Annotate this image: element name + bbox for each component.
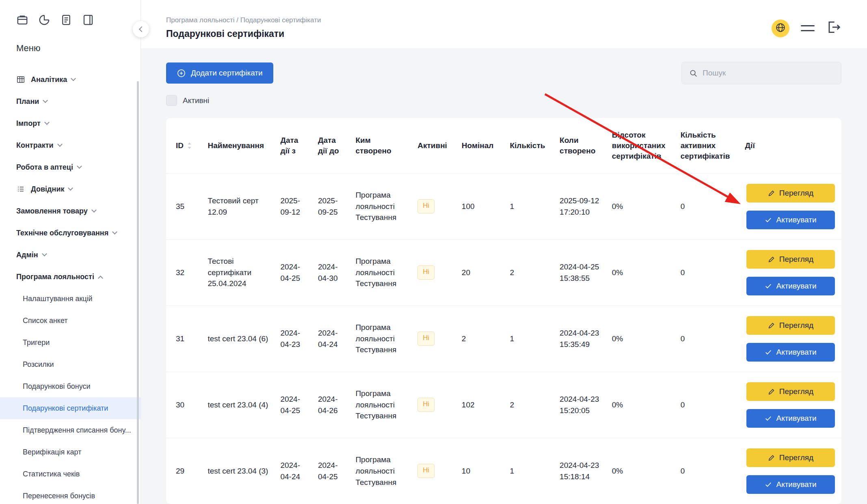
submenu-item-gift-certificates[interactable]: Подарункові сертифікати — [0, 397, 141, 419]
column-header-date-from: Дата дії з — [275, 118, 312, 173]
active-filter: Активні — [166, 95, 841, 106]
cell-id: 32 — [166, 239, 202, 306]
view-button[interactable]: Перегляд — [746, 448, 835, 467]
cell-actions: Перегляд Активувати — [739, 239, 841, 306]
cell-id: 30 — [166, 372, 202, 438]
sort-icon[interactable] — [187, 142, 192, 150]
chevron-down-icon — [77, 164, 82, 169]
active-filter-label: Активні — [183, 96, 209, 105]
chevron-down-icon — [112, 229, 117, 235]
cell-nominal: 10 — [456, 438, 504, 504]
topbar-icons — [0, 0, 141, 26]
submenu-item-bonus-transfer[interactable]: Перенесення бонусів — [0, 485, 141, 504]
list-icon — [16, 185, 25, 194]
active-filter-checkbox[interactable] — [166, 95, 177, 106]
cell-created-at: 2025-09-12 17:20:10 — [554, 173, 606, 239]
pencil-icon — [768, 454, 775, 461]
status-badge: Ні — [417, 265, 435, 280]
cell-used-percent: 0% — [606, 173, 675, 239]
book-icon[interactable] — [82, 14, 94, 26]
submenu-item-triggers[interactable]: Тригери — [0, 332, 141, 353]
submenu-item-mailings[interactable]: Розсилки — [0, 353, 141, 375]
activate-button[interactable]: Активувати — [746, 409, 835, 428]
sidebar-item-directory[interactable]: Довідник — [0, 178, 141, 200]
sidebar-item-label: Плани — [16, 97, 39, 106]
pencil-icon — [768, 256, 775, 263]
sidebar-item-label: Замовлення товару — [16, 207, 88, 215]
table-row: 29 test cert 23.04 (3) 2024-04-24 2024-0… — [166, 438, 841, 504]
submenu-item-bonus-writeoff-confirmation[interactable]: Підтвердження списання бону... — [0, 419, 141, 441]
column-header-date-to: Дата дії до — [312, 118, 350, 173]
column-header-nominal: Номінал — [456, 118, 504, 173]
sidebar-item-analytics[interactable]: Аналітика — [0, 69, 141, 90]
submenu-item-card-verification[interactable]: Верифікація карт — [0, 441, 141, 463]
menu-icon[interactable] — [801, 19, 815, 35]
breadcrumb[interactable]: Програма лояльності / Подарункові сертиф… — [166, 16, 321, 24]
plus-circle-icon — [177, 69, 186, 78]
pencil-icon — [768, 322, 775, 329]
cell-active: Ні — [412, 372, 456, 438]
submenu-item-receipt-statistics[interactable]: Статистика чеків — [0, 463, 141, 485]
search-box[interactable] — [681, 62, 841, 84]
sidebar-item-label: Робота в аптеці — [16, 163, 73, 172]
view-button[interactable]: Перегляд — [746, 382, 835, 401]
cell-created-at: 2024-04-23 15:20:05 — [554, 372, 606, 438]
sidebar-item-maintenance[interactable]: Технічне обслуговування — [0, 222, 141, 244]
logout-icon[interactable] — [826, 19, 841, 35]
activate-button[interactable]: Активувати — [746, 343, 835, 362]
cell-name: Тестові сертифікати 25.04.2024 — [202, 239, 275, 306]
pencil-icon — [768, 388, 775, 395]
cell-used-percent: 0% — [606, 438, 675, 504]
submenu-item-gift-bonuses[interactable]: Подарункові бонуси — [0, 375, 141, 397]
activate-button[interactable]: Активувати — [746, 211, 835, 229]
view-button[interactable]: Перегляд — [746, 250, 835, 269]
chevron-left-icon — [139, 26, 145, 32]
cell-date-to: 2025-09-25 — [312, 173, 350, 239]
cell-quantity: 1 — [504, 173, 554, 239]
cell-date-from: 2024-04-25 — [275, 239, 312, 306]
wallet-icon[interactable] — [16, 14, 28, 26]
column-header-id[interactable]: ID — [166, 118, 202, 173]
sidebar: Меню Аналітика Плани Імпорт Контракти Ро… — [0, 0, 141, 504]
menu-title: Меню — [16, 43, 141, 54]
sidebar-item-label: Технічне обслуговування — [16, 229, 108, 237]
status-badge: Ні — [417, 464, 435, 478]
cell-date-to: 2024-04-25 — [312, 438, 350, 504]
sidebar-nav: Аналітика Плани Імпорт Контракти Робота … — [0, 69, 141, 504]
sidebar-scrollbar[interactable] — [137, 81, 139, 504]
sidebar-item-pharmacy-work[interactable]: Робота в аптеці — [0, 156, 141, 178]
cell-active-count: 0 — [675, 372, 739, 438]
sidebar-item-orders[interactable]: Замовлення товару — [0, 200, 141, 222]
sidebar-item-plans[interactable]: Плани — [0, 90, 141, 112]
submenu-item-promo-settings[interactable]: Налаштування акцій — [0, 288, 141, 310]
sidebar-item-import[interactable]: Імпорт — [0, 112, 141, 134]
cell-date-from: 2024-04-23 — [275, 306, 312, 372]
sidebar-item-loyalty-program[interactable]: Програма лояльності — [0, 266, 141, 288]
add-certificates-button[interactable]: Додати сертифікати — [166, 62, 273, 84]
table-row: 32 Тестові сертифікати 25.04.2024 2024-0… — [166, 239, 841, 306]
chevron-down-icon — [57, 142, 63, 147]
activate-button[interactable]: Активувати — [746, 475, 835, 494]
page-header: Програма лояльності / Подарункові сертиф… — [141, 0, 867, 48]
search-input[interactable] — [703, 69, 834, 78]
pie-chart-icon[interactable] — [38, 14, 50, 26]
view-button[interactable]: Перегляд — [746, 316, 835, 335]
sidebar-item-label: Адмін — [16, 251, 38, 259]
cell-id: 29 — [166, 438, 202, 504]
column-header-created-at: Коли створено — [554, 118, 606, 173]
sidebar-item-contracts[interactable]: Контракти — [0, 134, 141, 156]
submenu-item-label: Подарункові сертифікати — [23, 404, 108, 413]
sidebar-collapse-button[interactable] — [133, 21, 149, 37]
document-icon[interactable] — [60, 14, 72, 26]
activate-button[interactable]: Активувати — [746, 277, 835, 295]
cell-actions: Перегляд Активувати — [739, 438, 841, 504]
language-button[interactable] — [772, 19, 789, 37]
cell-name: Тестовий серт 12.09 — [202, 173, 275, 239]
column-header-used-percent: Відсоток використаних сертифікатів — [606, 118, 675, 173]
view-button[interactable]: Перегляд — [746, 184, 835, 202]
cell-quantity: 2 — [504, 372, 554, 438]
sidebar-item-admin[interactable]: Адмін — [0, 244, 141, 266]
submenu-item-questionnaires[interactable]: Список анкет — [0, 310, 141, 332]
column-header-active: Активні — [412, 118, 456, 173]
table-header-row: ID Найменування Дата дії з Дата дії до К… — [166, 118, 841, 173]
